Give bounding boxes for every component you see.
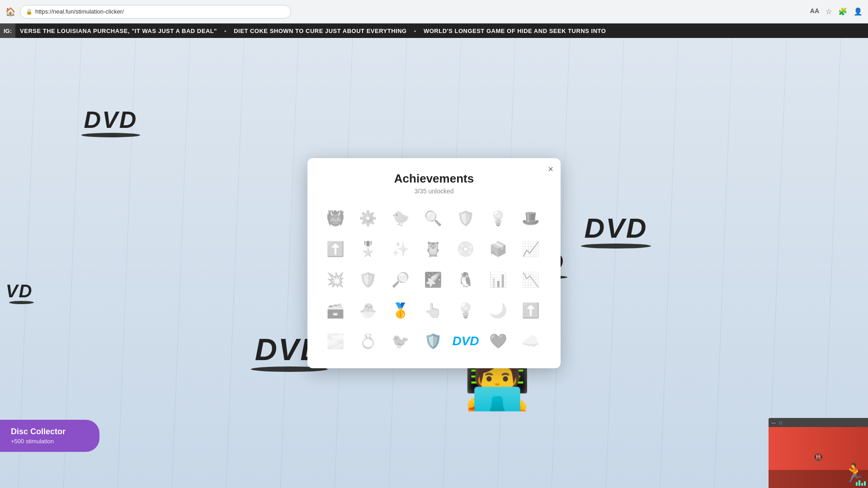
achievement-ring[interactable]: 💍: [354, 328, 382, 355]
achievement-sparkle[interactable]: ✨: [387, 235, 414, 263]
aa-icon[interactable]: AA: [810, 7, 819, 16]
achievement-penguin[interactable]: 🐧: [452, 266, 479, 293]
achievement-heart[interactable]: ❤️: [485, 328, 512, 355]
achievements-grid: 👹 ⚙️ 🐤 🔍 🛡️ 💡 🎩 ⬆️ 🎖️ ✨ 🦉 📀 📦 📈 💥 🛡️ 🔎: [322, 205, 546, 355]
achievement-open-chest[interactable]: 🗃️: [322, 297, 349, 324]
achievement-shield2[interactable]: 🛡️: [354, 266, 382, 293]
achievement-owl[interactable]: 🦉: [420, 235, 447, 263]
notification-title: Disc Collector: [11, 427, 89, 436]
achievement-chest[interactable]: 📦: [485, 235, 512, 263]
modal-title: Achievements: [322, 172, 546, 186]
achievement-magnifier[interactable]: 🔍: [420, 205, 447, 232]
achievement-bird[interactable]: 🐤: [387, 205, 414, 232]
modal-subtitle: 3/35 unlocked: [322, 188, 546, 195]
video-content: 🚇: [814, 453, 823, 462]
achievement-shooting-star[interactable]: 🌠: [420, 266, 447, 293]
achievement-dvd-color[interactable]: DVD: [452, 328, 479, 355]
modal-close-button[interactable]: ×: [548, 164, 553, 174]
ext-icon[interactable]: 🧩: [838, 7, 847, 16]
ticker-label: IG:: [0, 23, 15, 38]
achievement-chart-down[interactable]: 📉: [517, 266, 544, 293]
achievement-bird2[interactable]: 🐦: [387, 328, 414, 355]
achievement-shield3[interactable]: 🛡️: [420, 328, 447, 355]
news-ticker: IG: VERSE THE LOUISIANA PURCHASE, "IT WA…: [0, 23, 868, 38]
home-icon[interactable]: 🏠: [5, 7, 15, 17]
video-thumbnail[interactable]: — □ 🚇 🏃: [769, 418, 868, 488]
browser-bar: 🏠 🔒 https://neal.fun/stimulation-clicker…: [0, 0, 868, 23]
achievement-bar-chart[interactable]: 📊: [485, 266, 512, 293]
achievement-arrow2[interactable]: ⬆️: [517, 297, 544, 324]
achievements-modal: × Achievements 3/35 unlocked 👹 ⚙️ 🐤 🔍 🛡️…: [307, 158, 561, 368]
ticker-text: VERSE THE LOUISIANA PURCHASE, "IT WAS JU…: [20, 28, 606, 34]
achievement-hat[interactable]: 🎩: [517, 205, 544, 232]
achievement-gear[interactable]: ⚙️: [354, 205, 382, 232]
achievement-shield[interactable]: 🛡️: [452, 205, 479, 232]
browser-right-icons: AA ☆ 🧩 👤: [810, 7, 863, 16]
notification-popup: Disc Collector +500 stimulation: [0, 420, 99, 452]
achievement-cloud2[interactable]: ☁️: [517, 328, 544, 355]
video-expand-icon[interactable]: □: [779, 420, 782, 425]
score-bars: [856, 480, 866, 486]
achievement-bulb[interactable]: 💡: [485, 205, 512, 232]
achievement-star-medal[interactable]: 🎖️: [354, 235, 382, 263]
profile-icon[interactable]: 👤: [854, 7, 863, 16]
video-scene: 🚇 🏃: [769, 427, 868, 488]
achievement-dvd-disc[interactable]: 📀: [452, 235, 479, 263]
url-text: https://neal.fun/stimulation-clicker/: [35, 8, 124, 15]
achievement-cursor[interactable]: 👆: [420, 297, 447, 324]
achievement-cloud-grey[interactable]: 🌫️: [322, 328, 349, 355]
achievement-explosion[interactable]: 💥: [322, 266, 349, 293]
game-area: DVD DVD DVD VD DVD DVD D × Achievements …: [0, 38, 868, 488]
achievement-moon[interactable]: 🌙: [485, 297, 512, 324]
star-icon[interactable]: ☆: [826, 7, 832, 16]
achievement-chart[interactable]: 📈: [517, 235, 544, 263]
notification-subtitle: +500 stimulation: [11, 438, 89, 445]
modal-overlay: × Achievements 3/35 unlocked 👹 ⚙️ 🐤 🔍 🛡️…: [0, 38, 868, 488]
achievement-arrow[interactable]: ⬆️: [322, 235, 349, 263]
video-minimize-icon[interactable]: —: [771, 420, 776, 425]
achievement-demon[interactable]: 👹: [322, 205, 349, 232]
achievement-gold-medal[interactable]: 🥇: [387, 297, 414, 324]
address-bar[interactable]: 🔒 https://neal.fun/stimulation-clicker/: [20, 5, 291, 19]
achievement-bulb2[interactable]: 💡: [452, 297, 479, 324]
achievement-search[interactable]: 🔎: [387, 266, 414, 293]
achievement-chick[interactable]: 🐣: [354, 297, 382, 324]
